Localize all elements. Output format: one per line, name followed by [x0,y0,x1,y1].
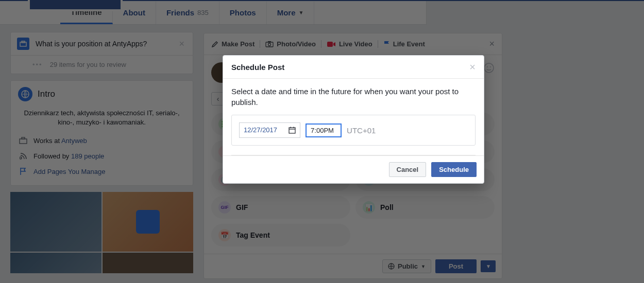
date-value: 12/27/2017 [244,126,277,135]
calendar-icon[interactable] [289,127,296,134]
time-input[interactable] [306,123,342,137]
close-icon[interactable]: × [469,62,476,72]
timezone-label: UTC+01 [347,125,376,136]
schedule-button[interactable]: Schedule [431,162,477,177]
modal-description: Select a date and time in the future for… [231,86,476,108]
date-input[interactable]: 12/27/2017 [239,122,300,138]
schedule-post-modal: Schedule Post × Select a date and time i… [223,55,484,184]
cancel-button[interactable]: Cancel [389,162,427,177]
svg-rect-13 [289,128,295,133]
modal-title: Schedule Post [231,63,284,72]
